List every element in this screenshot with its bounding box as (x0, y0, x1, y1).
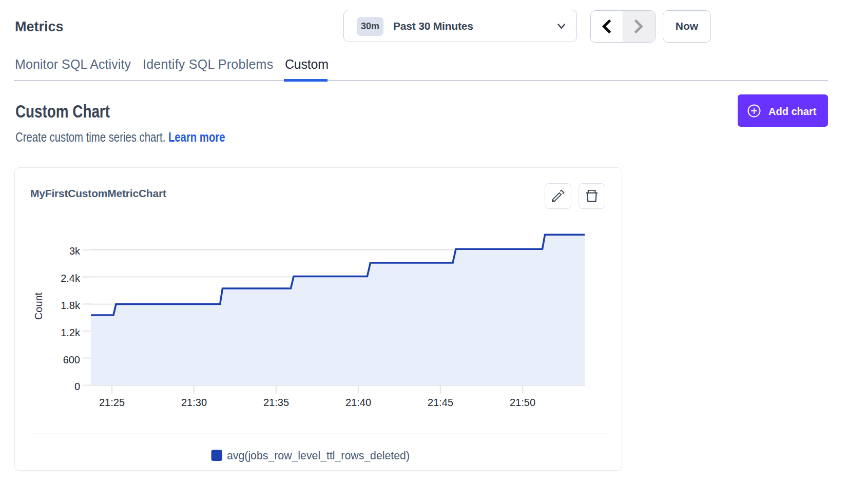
svg-text:avg(jobs_row_level_ttl_rows_de: avg(jobs_row_level_ttl_rows_deleted) (227, 449, 410, 462)
svg-text:1.2k: 1.2k (61, 327, 81, 338)
svg-text:21:50: 21:50 (510, 397, 535, 408)
svg-text:21:35: 21:35 (263, 397, 289, 408)
svg-text:3k: 3k (69, 245, 81, 257)
svg-text:Count: Count (33, 292, 44, 320)
svg-text:21:30: 21:30 (181, 397, 207, 408)
svg-text:600: 600 (63, 354, 80, 365)
svg-text:1.8k: 1.8k (61, 300, 81, 311)
svg-text:21:45: 21:45 (428, 397, 453, 408)
svg-text:21:40: 21:40 (345, 397, 371, 408)
svg-text:2.4k: 2.4k (61, 273, 81, 284)
svg-text:0: 0 (74, 381, 80, 392)
svg-text:21:25: 21:25 (99, 397, 125, 408)
